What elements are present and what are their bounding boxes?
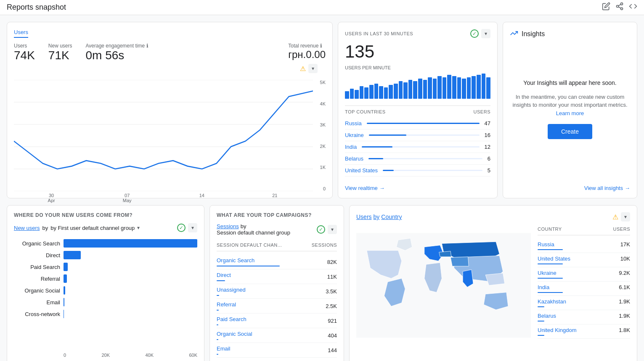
session-channel[interactable]: Email	[217, 345, 231, 355]
acquisition-filter-channel[interactable]: by First user default channel group	[50, 225, 135, 231]
svg-point-0	[621, 3, 623, 5]
map-country-bar-sm	[538, 306, 544, 307]
acquisition-bar-row: Cross-network	[14, 310, 197, 318]
revenue-dropdown-btn[interactable]: ▾	[308, 64, 318, 73]
campaigns-card: WHAT ARE YOUR TOP CAMPAIGNS? Sessions by…	[209, 205, 344, 361]
map-card: Users by Country ⚠ ▾	[349, 205, 637, 361]
map-country-bar	[538, 264, 563, 264]
country-row: Belarus 6	[345, 153, 490, 165]
map-title-country[interactable]: Country	[381, 213, 402, 220]
map-country-name[interactable]: Belarus	[538, 313, 556, 321]
session-channel[interactable]: Organic Search	[217, 257, 280, 266]
view-all-insights-link[interactable]: View all insights →	[510, 180, 630, 191]
session-count: 82K	[327, 259, 337, 265]
metric-users-label: Users	[14, 43, 35, 49]
map-view-link[interactable]: View countries →	[356, 358, 630, 361]
create-button[interactable]: Create	[548, 124, 592, 139]
bottom-section: WHERE DO YOUR NEW USERS COME FROM? New u…	[7, 205, 637, 361]
realtime-dropdown-btn[interactable]: ▾	[481, 29, 490, 38]
acquisition-bar-row: Direct	[14, 251, 197, 259]
map-country-name[interactable]: United Kingdom	[538, 327, 577, 336]
bar-mini	[477, 75, 481, 99]
bar-mini	[443, 77, 447, 99]
acquisition-filter-row: New users by by First user default chann…	[14, 223, 197, 232]
view-realtime-link[interactable]: View realtime →	[345, 180, 490, 191]
map-country-row: Belarus 1.9K	[538, 310, 630, 324]
map-country-name[interactable]: Kazakhstan	[538, 298, 566, 307]
session-row: Direct 11K	[217, 269, 337, 284]
bar-mini	[360, 86, 364, 99]
metric-users-value: 74K	[14, 49, 35, 62]
engagement-info-icon[interactable]: ℹ	[146, 43, 148, 49]
session-channel[interactable]: Organic Social	[217, 331, 252, 340]
country-bar	[368, 158, 383, 159]
channel-bar	[64, 239, 197, 248]
channel-bar	[64, 251, 81, 259]
learn-more-link[interactable]: Learn more	[556, 110, 584, 116]
share-icon[interactable]	[615, 2, 624, 13]
campaigns-filter-label[interactable]: Sessions	[217, 223, 239, 229]
bar-mini	[467, 77, 471, 99]
bar-mini	[369, 85, 374, 99]
country-users: 16	[485, 132, 490, 138]
acquisition-dropdown-btn[interactable]: ▾	[188, 223, 197, 232]
bar-mini	[364, 87, 368, 99]
map-dropdown-btn[interactable]: ▾	[621, 212, 630, 221]
country-row: Russia 47	[345, 118, 490, 129]
channel-label: Direct	[14, 252, 60, 258]
country-row: United States 5	[345, 165, 490, 177]
country-bar-wrap	[369, 134, 480, 136]
session-bar	[217, 295, 219, 296]
edit-icon[interactable]	[602, 2, 610, 13]
map-country-name[interactable]: Russia	[538, 241, 563, 250]
country-name[interactable]: Ukraine	[345, 132, 364, 138]
map-country-name[interactable]: United States	[538, 256, 570, 264]
channel-bar	[64, 310, 64, 318]
session-channel[interactable]: Direct	[217, 272, 231, 281]
map-country-users: 17K	[620, 241, 630, 250]
country-name[interactable]: India	[345, 144, 357, 150]
metric-new-users: New users 71K	[48, 43, 72, 62]
map-country-bar	[538, 249, 563, 250]
session-count: 3.5K	[326, 288, 337, 295]
acquisition-view-link[interactable]: View user acquisition →	[14, 358, 197, 361]
map-country-row: India 6.1K	[538, 282, 630, 296]
campaigns-filter-sub[interactable]: Session default channel group	[217, 229, 290, 236]
code-icon[interactable]	[629, 2, 637, 13]
campaigns-view-link[interactable]: View traffic acquisition →	[217, 358, 337, 361]
metrics-row: Users 74K New users 71K Average engageme…	[14, 43, 326, 73]
map-country-row: Russia 17K	[538, 239, 630, 253]
map-country-name[interactable]: India	[538, 284, 563, 293]
map-country-name[interactable]: Ukraine	[538, 270, 563, 279]
line-chart-svg	[14, 80, 313, 191]
country-name[interactable]: Russia	[345, 120, 362, 126]
session-channel[interactable]: Unassigned	[217, 287, 246, 296]
map-country-row: Ukraine 9.2K	[538, 267, 630, 282]
map-header: Users by Country ⚠ ▾	[356, 212, 630, 221]
svg-line-3	[618, 7, 621, 8]
session-bar	[217, 324, 218, 325]
map-title-users[interactable]: Users	[356, 213, 372, 220]
users-chart: 5K 4K 3K 2K 1K 0 30Apr 07May 14 21	[14, 80, 326, 191]
campaigns-dropdown-btn[interactable]: ▾	[328, 225, 337, 234]
country-name[interactable]: United States	[345, 167, 378, 174]
acquisition-section-title: WHERE DO YOUR NEW USERS COME FROM?	[14, 212, 197, 218]
map-col-users: USERS	[613, 227, 630, 232]
country-name[interactable]: Belarus	[345, 155, 363, 162]
acquisition-filter-by: by	[42, 225, 48, 231]
session-channel[interactable]: Paid Search	[217, 316, 246, 325]
realtime-count: 135	[345, 42, 490, 62]
channel-bar	[64, 286, 65, 295]
revenue-info-icon[interactable]: ℹ	[320, 43, 322, 49]
bar-mini	[399, 81, 403, 99]
acquisition-filter-label[interactable]: New users	[14, 225, 40, 231]
tab-users[interactable]: Users	[14, 29, 28, 38]
realtime-card: USERS IN LAST 30 MINUTES ✓ ▾ 135 USERS P…	[338, 22, 498, 198]
bar-mini	[486, 77, 490, 99]
session-channel[interactable]: Referral	[217, 301, 236, 311]
bar-mini	[345, 91, 349, 99]
country-users: 47	[485, 120, 490, 126]
header-actions	[602, 2, 637, 13]
session-count: 2.5K	[326, 303, 337, 309]
campaigns-filter-by: by	[241, 223, 246, 229]
